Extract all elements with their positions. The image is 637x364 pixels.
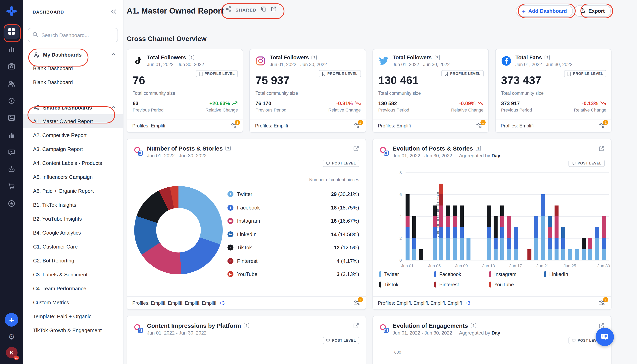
bar-day-6[interactable] bbox=[439, 184, 443, 260]
sidebar-item[interactable]: B4. Google Analytics bbox=[23, 226, 123, 240]
filters-icon[interactable]: 1 bbox=[353, 123, 360, 129]
expand-external-icon[interactable] bbox=[598, 145, 605, 153]
bar-day-9[interactable] bbox=[460, 205, 464, 260]
add-dashboard-button[interactable]: + Add Dashboard bbox=[516, 5, 573, 17]
bar-day-29[interactable] bbox=[595, 227, 599, 260]
sidebar-item[interactable]: A2. Competitive Report bbox=[23, 128, 123, 142]
sidebar-item[interactable]: A1. Master Owned Report bbox=[23, 114, 123, 128]
help-icon[interactable]: ? bbox=[226, 146, 231, 151]
rail-item-dashboards[interactable] bbox=[4, 24, 19, 39]
help-icon[interactable]: ? bbox=[545, 55, 550, 60]
rail-item-content[interactable] bbox=[4, 111, 19, 125]
legend-item-tiktok[interactable]: TikTok bbox=[379, 282, 434, 288]
user-avatar[interactable]: K 91 bbox=[6, 347, 17, 358]
legend-row-facebook[interactable]: f Facebook 18 (18.75%) bbox=[228, 201, 359, 214]
bar-day-26[interactable] bbox=[575, 249, 579, 260]
sidebar-item[interactable]: C4. Team Performance bbox=[23, 282, 123, 296]
filters-icon[interactable]: 1 bbox=[230, 123, 238, 129]
bar-day-30[interactable] bbox=[602, 216, 606, 260]
rail-item-automation[interactable] bbox=[4, 162, 19, 176]
rail-item-commerce[interactable] bbox=[4, 180, 19, 193]
legend-item-linkedin[interactable]: LinkedIn bbox=[544, 271, 599, 277]
sidebar-item[interactable]: B1. TikTok Insights bbox=[23, 198, 123, 212]
settings-gear-icon[interactable]: ⚙ bbox=[8, 332, 15, 341]
bar-day-25[interactable] bbox=[568, 249, 572, 260]
sidebar-item[interactable]: Blank Dashboard bbox=[23, 61, 123, 75]
legend-item-twitter[interactable]: Twitter bbox=[379, 271, 434, 277]
legend-row-youtube[interactable]: ▶ YouTube 3 (3.13%) bbox=[228, 268, 359, 281]
legend-row-twitter[interactable]: t Twitter 29 (30.21%) bbox=[228, 188, 359, 201]
help-icon[interactable]: ? bbox=[471, 323, 476, 328]
sidebar-item[interactable]: A6. Paid + Organic Report bbox=[23, 184, 123, 198]
chat-widget-button[interactable] bbox=[596, 328, 614, 346]
rail-item-listening[interactable] bbox=[4, 94, 19, 108]
sidebar-item[interactable]: C1. Customer Care bbox=[23, 240, 123, 254]
sidebar-item[interactable]: Template: Paid + Organic bbox=[23, 310, 123, 324]
section-my-dashboards[interactable]: My Dashboards bbox=[23, 48, 123, 61]
bar-day-23[interactable] bbox=[554, 205, 558, 260]
copy-icon[interactable] bbox=[260, 6, 266, 14]
collapse-sidebar-icon[interactable] bbox=[110, 8, 117, 16]
emplifi-logo-icon[interactable] bbox=[6, 6, 17, 17]
bar-day-22[interactable] bbox=[548, 216, 552, 260]
bar-day-8[interactable] bbox=[453, 205, 457, 260]
bar-day-3[interactable] bbox=[419, 249, 423, 260]
rail-item-publisher[interactable] bbox=[4, 60, 19, 73]
legend-row-linkedin[interactable]: in LinkedIn 14 (14.58%) bbox=[228, 228, 359, 241]
section-shared-dashboards[interactable]: Shared Dashboards bbox=[23, 101, 123, 114]
sidebar-item[interactable]: A3. Campaign Report bbox=[23, 142, 123, 156]
create-plus-button[interactable]: + bbox=[5, 313, 18, 326]
bar-day-13[interactable] bbox=[486, 205, 490, 260]
legend-row-tiktok[interactable]: ♪ TikTok 12 (12.5%) bbox=[228, 241, 359, 254]
bar-day-16[interactable] bbox=[507, 216, 511, 260]
help-icon[interactable]: ? bbox=[189, 55, 194, 60]
bar-day-27[interactable] bbox=[582, 238, 586, 260]
legend-item-pinterest[interactable]: Pinterest bbox=[434, 282, 489, 288]
rail-item-engagement[interactable] bbox=[4, 128, 19, 142]
bar-day-5[interactable] bbox=[432, 205, 436, 260]
bar-day-19[interactable] bbox=[527, 249, 531, 260]
legend-item-youtube[interactable]: YouTube bbox=[489, 282, 544, 288]
sidebar-item[interactable]: C2. Bot Reporting bbox=[23, 254, 123, 268]
rail-item-analytics[interactable] bbox=[4, 42, 19, 56]
profiles-more-link[interactable]: +3 bbox=[465, 300, 470, 306]
bar-day-28[interactable] bbox=[588, 238, 592, 260]
bar-day-24[interactable] bbox=[561, 227, 565, 260]
sidebar-item[interactable]: A4. Content Labels - Products bbox=[23, 156, 123, 170]
rail-item-care[interactable] bbox=[4, 145, 19, 159]
posts-donut-chart[interactable] bbox=[134, 186, 223, 274]
open-external-icon[interactable] bbox=[270, 6, 276, 14]
bar-day-7[interactable] bbox=[446, 205, 450, 260]
stacked-bar-chart[interactable]: Number of content pieces 02468Jun 01Jun … bbox=[405, 172, 608, 260]
chevron-up-icon[interactable] bbox=[111, 105, 116, 111]
bar-day-20[interactable] bbox=[534, 216, 538, 260]
filters-icon[interactable]: 1 bbox=[353, 300, 360, 306]
legend-item-facebook[interactable]: Facebook bbox=[434, 271, 489, 277]
filters-icon[interactable]: 1 bbox=[599, 123, 606, 129]
bar-day-2[interactable] bbox=[412, 216, 416, 260]
legend-item-instagram[interactable]: Instagram bbox=[489, 271, 544, 277]
search-input[interactable] bbox=[42, 32, 114, 38]
filters-icon[interactable]: 1 bbox=[599, 300, 606, 306]
help-icon[interactable]: ? bbox=[476, 146, 481, 151]
sidebar-item[interactable]: TikTok Growth & Engagement bbox=[23, 324, 123, 337]
profiles-more-link[interactable]: +3 bbox=[219, 300, 224, 306]
filters-icon[interactable]: 1 bbox=[476, 123, 483, 129]
sidebar-item[interactable]: B2. YouTube Insights bbox=[23, 212, 123, 226]
expand-external-icon[interactable] bbox=[353, 145, 359, 153]
help-icon[interactable]: ? bbox=[434, 55, 440, 60]
bar-day-17[interactable] bbox=[514, 227, 518, 260]
bar-day-1[interactable] bbox=[405, 194, 409, 260]
sidebar-item[interactable]: A5. Influencers Campaign bbox=[23, 170, 123, 184]
rail-item-influencers[interactable] bbox=[4, 197, 19, 210]
expand-external-icon[interactable] bbox=[353, 322, 359, 330]
legend-row-instagram[interactable]: ◎ Instagram 16 (16.67%) bbox=[228, 214, 359, 228]
bar-day-14[interactable] bbox=[494, 216, 497, 260]
bar-day-10[interactable] bbox=[466, 238, 470, 260]
help-icon[interactable]: ? bbox=[312, 55, 317, 60]
legend-row-pinterest[interactable]: P Pinterest 4 (4.17%) bbox=[228, 254, 359, 268]
export-button[interactable]: Export bbox=[574, 5, 611, 17]
bar-day-21[interactable] bbox=[541, 194, 545, 260]
rail-item-community[interactable] bbox=[4, 77, 19, 90]
sidebar-item[interactable]: Blank Dashboard bbox=[23, 75, 123, 89]
